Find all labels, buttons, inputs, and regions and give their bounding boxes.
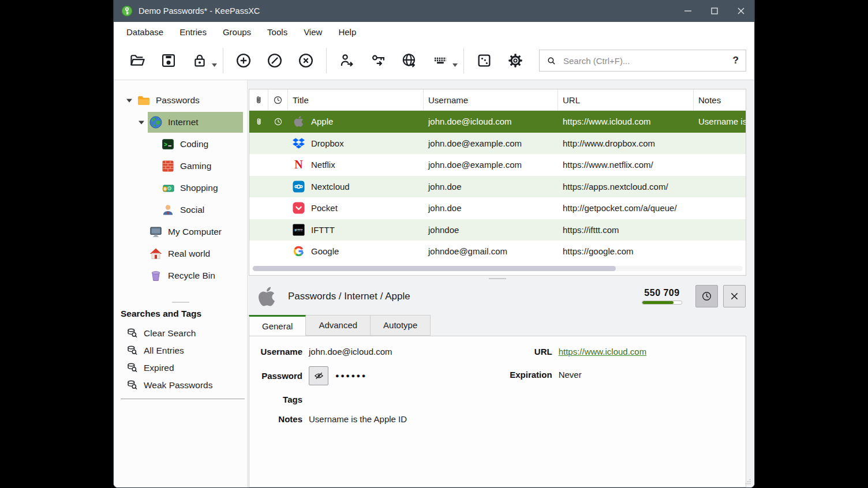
delete-entry-icon[interactable] — [298, 52, 314, 69]
group-recycle-bin[interactable]: Recycle Bin — [114, 265, 247, 287]
attachment-cell — [249, 154, 268, 176]
group-social[interactable]: Social — [114, 199, 247, 221]
scrollbar-thumb[interactable] — [253, 266, 616, 271]
entry-title: IFTTT — [311, 225, 335, 235]
group-shopping[interactable]: 0Shopping — [114, 177, 247, 199]
sidebar-splitter-handle[interactable] — [172, 302, 189, 303]
url-cell: http://www.dropbox.com — [558, 133, 694, 155]
url-link[interactable]: https://www.icloud.com — [559, 347, 647, 356]
toolbar-separator — [223, 48, 223, 73]
expiration-cell — [268, 154, 288, 176]
title-cell: NNetflix — [288, 154, 424, 176]
menu-entries[interactable]: Entries — [174, 24, 212, 40]
copy-username-icon[interactable] — [339, 52, 355, 69]
minimize-button[interactable] — [675, 0, 701, 22]
search-item-label: Expired — [144, 363, 174, 373]
clock-icon — [273, 95, 283, 105]
window-title: Demo Passwords* - KeePassXC — [139, 6, 260, 16]
totp-toggle-button[interactable] — [695, 285, 718, 307]
group-coding[interactable]: >Coding — [114, 133, 247, 155]
search-input[interactable] — [563, 56, 733, 66]
entry-row-pocket[interactable]: Pocketjohn.doehttp://getpocket.com/a/que… — [249, 197, 746, 219]
entry-row-apple[interactable]: Applejohn.doe@icloud.comhttps://www.iclo… — [249, 111, 746, 133]
edit-entry-icon[interactable] — [267, 52, 283, 69]
url-column-header[interactable]: URL — [558, 89, 694, 110]
new-entry-icon[interactable] — [235, 52, 252, 69]
expiration-label: Expiration — [507, 370, 552, 380]
menu-help[interactable]: Help — [332, 24, 362, 40]
copy-url-icon[interactable] — [401, 52, 417, 69]
search-item-all-entries[interactable]: All Entries — [114, 342, 247, 359]
notes-column-header[interactable]: Notes — [694, 89, 746, 110]
menu-groups[interactable]: Groups — [217, 24, 257, 40]
expiration-indicator-clock-icon — [268, 111, 288, 133]
nextcloud-icon — [293, 181, 305, 193]
expiration-column-header[interactable] — [268, 89, 288, 110]
menu-database[interactable]: Database — [121, 24, 169, 40]
username-cell: john.doe — [424, 176, 558, 198]
entry-title: Google — [311, 246, 339, 256]
toggle-password-visibility-button[interactable] — [309, 366, 328, 385]
close-button[interactable] — [728, 0, 754, 22]
group-internet[interactable]: Internet — [114, 111, 247, 133]
preview-splitter-handle[interactable] — [249, 276, 746, 281]
maximize-button[interactable] — [701, 0, 728, 22]
menu-tools[interactable]: Tools — [261, 24, 293, 40]
search-help-hint[interactable]: ? — [733, 55, 739, 66]
close-preview-button[interactable] — [723, 285, 746, 307]
resize-grip[interactable] — [745, 479, 751, 485]
entry-row-nextcloud[interactable]: Nextcloudjohn.doehttps://apps.nextcloud.… — [249, 176, 746, 198]
search-icon — [547, 56, 556, 66]
search-item-clear-search[interactable]: Clear Search — [114, 325, 247, 342]
username-column-header[interactable]: Username — [424, 89, 558, 110]
entry-row-dropbox[interactable]: Dropboxjohn.doe@example.comhttp://www.dr… — [249, 133, 746, 155]
autotype-dropdown-caret-icon[interactable] — [452, 59, 458, 62]
folder-icon — [137, 93, 151, 107]
entry-table: Title Username URL Notes Applejohn.doe@i… — [249, 89, 746, 276]
expiration-cell — [268, 241, 288, 262]
netflix-icon: N — [293, 159, 305, 171]
settings-icon[interactable] — [507, 52, 523, 69]
search-item-label: All Entries — [144, 346, 184, 356]
perform-autotype-icon[interactable] — [432, 52, 448, 69]
attachment-column-header[interactable] — [249, 89, 268, 110]
title-cell: Pocket — [288, 197, 424, 219]
password-generator-icon[interactable] — [476, 52, 492, 69]
lock-databases-icon[interactable] — [192, 52, 208, 69]
search-item-label: Clear Search — [144, 328, 196, 339]
attachment-cell — [249, 133, 268, 155]
menu-view[interactable]: View — [298, 24, 328, 40]
horizontal-scrollbar[interactable] — [249, 262, 746, 275]
searches-and-tags-header: Searches and Tags — [114, 309, 247, 319]
notes-cell: Username is the Apple ID — [694, 111, 746, 133]
title-column-header[interactable]: Title — [288, 89, 424, 110]
group-passwords[interactable]: Passwords — [114, 89, 247, 111]
notes-cell — [694, 241, 746, 262]
lock-dropdown-caret-icon[interactable] — [212, 59, 217, 62]
search-item-expired[interactable]: Expired — [114, 359, 247, 377]
house-icon — [149, 247, 163, 261]
group-my-computer[interactable]: My Computer — [114, 221, 247, 243]
username-cell: john.doe@example.com — [424, 154, 558, 176]
title-cell: Apple — [288, 111, 424, 133]
entry-row-netflix[interactable]: NNetflixjohn.doe@example.comhttps://www.… — [249, 154, 746, 176]
group-real-world[interactable]: Real world — [114, 243, 247, 265]
keepassxc-logo-icon — [121, 5, 133, 17]
entry-row-ifttt[interactable]: IFTTTIFTTTjohndoehttps://ifttt.com — [249, 219, 746, 241]
password-hidden-value: ●●●●●● — [335, 372, 367, 379]
toolbar: ? — [114, 42, 754, 80]
tab-autotype[interactable]: Autotype — [371, 315, 431, 336]
expander-icon[interactable] — [135, 121, 148, 125]
notes-label: Notes — [257, 414, 302, 424]
notes-cell — [694, 154, 746, 176]
expander-icon[interactable] — [123, 99, 136, 103]
copy-password-icon[interactable] — [370, 52, 386, 69]
entry-row-google[interactable]: Googlejohndoe@gmail.comhttps://google.co… — [249, 241, 746, 262]
group-gaming[interactable]: Gaming — [114, 155, 247, 177]
save-database-icon[interactable] — [160, 52, 177, 69]
tab-general[interactable]: General — [249, 315, 306, 336]
search-item-weak-passwords[interactable]: Weak Passwords — [114, 377, 247, 394]
tab-advanced[interactable]: Advanced — [306, 315, 371, 336]
open-database-icon[interactable] — [129, 52, 145, 69]
group-label: Social — [180, 205, 204, 215]
